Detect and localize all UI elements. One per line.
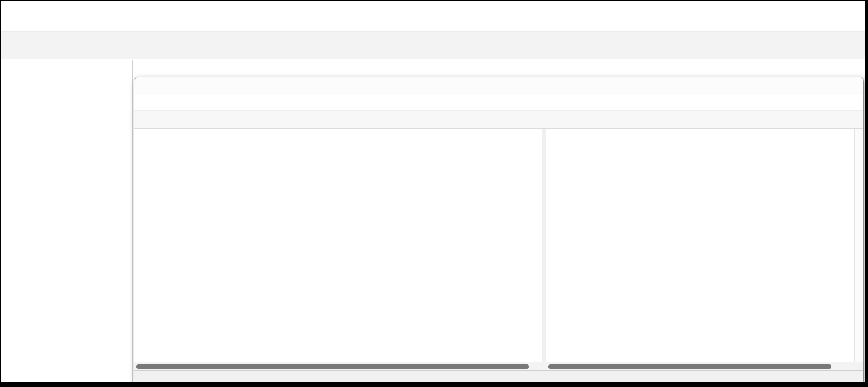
main-menubar [1,17,865,32]
main-titlebar [1,1,865,17]
horizontal-scrollbars [134,362,863,370]
t2-scroll-thumb[interactable] [548,364,831,369]
t1-pane [134,129,542,362]
t1-scroll-thumb[interactable] [136,364,529,369]
correspondence-tables [134,129,863,362]
mdi-workspace [1,60,865,382]
maximize-button[interactable] [807,78,834,95]
t2-vertical-scrollbar[interactable] [854,129,863,362]
minimize-button[interactable] [780,78,807,95]
reconcil-titlebar [134,77,863,95]
reconcil-menubar [134,95,863,111]
pane-splitter[interactable] [542,129,546,362]
reconcil-toolbar [134,111,863,129]
close-button[interactable] [834,78,861,95]
t1-horizontal-scrollbar[interactable] [134,363,542,370]
reconcil-statusbar [134,370,863,382]
tree-panel [1,60,133,382]
screenshot-frame [0,0,868,387]
reconcil-window [134,77,864,382]
main-toolbar [1,32,865,59]
inventif-window [1,1,865,382]
t2-pane [546,129,863,362]
t2-horizontal-scrollbar[interactable] [546,363,863,370]
window-buttons [780,78,861,95]
